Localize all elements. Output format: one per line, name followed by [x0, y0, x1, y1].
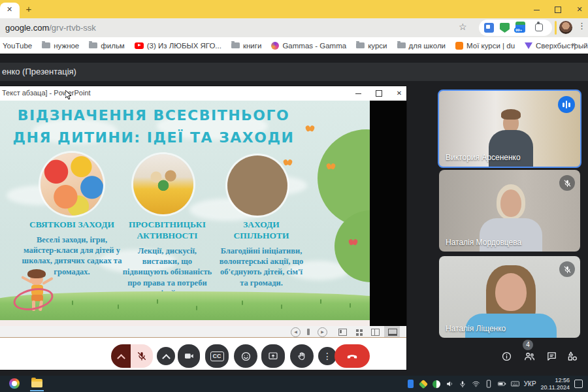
bookmark-label: курси [368, 42, 387, 50]
activities-button[interactable] [564, 348, 580, 364]
bookmark-gamma[interactable]: Gammas - Gamma [271, 42, 346, 50]
tab-close-icon[interactable]: ✕ [7, 5, 12, 14]
address-bar[interactable]: google.com/grv-rtvb-ssk [5, 23, 96, 33]
slideshow-letterbox [370, 101, 406, 326]
bookmark-folder[interactable]: нужное [42, 42, 79, 50]
ppt-minimize-button[interactable] [349, 88, 367, 99]
browser-tab[interactable]: ✕ [0, 3, 20, 18]
mic-muted-icon [559, 261, 575, 277]
ppt-maximize-button[interactable] [370, 88, 388, 99]
window-close-button[interactable]: ✕ [571, 4, 588, 14]
butterfly-icon [349, 239, 358, 246]
slide-title-line1: ВІДЗНАЧЕННЯ ВСЕСВІТНЬОГО [7, 105, 301, 127]
photo-children-reading [133, 154, 193, 214]
battery-icon[interactable] [498, 380, 506, 388]
bookmark-folder[interactable]: фильм [89, 42, 125, 50]
system-tray: УКР 12:56 20.11.2024 [406, 376, 588, 392]
date: 20.11.2024 [541, 384, 570, 391]
mic-options-chevron[interactable] [111, 344, 131, 368]
browser-toolbar: google.com/grv-rtvb-ssk ☆ 99+ ⋮ [0, 18, 588, 37]
camera-button[interactable] [178, 344, 200, 368]
antivirus-tray-icon[interactable] [433, 380, 441, 388]
wallet-extension-icon[interactable]: 99+ [515, 23, 525, 33]
window-maximize-button[interactable] [549, 4, 566, 14]
meeting-info-button[interactable] [498, 348, 514, 364]
bookmark-label: (3) Из ЛЮБЫХ ЯГО... [147, 42, 221, 50]
butterfly-icon [327, 163, 336, 170]
microphone-tray-icon[interactable] [459, 380, 467, 388]
url-host: google.com [5, 23, 49, 33]
slide-column-1: СВЯТКОВІ ЗАХОДИ Веселі заходи, ігри, май… [20, 220, 124, 277]
column-body: Лекції, дискусії, виставки, що підвищуют… [119, 246, 216, 299]
open-app-indicator [30, 390, 44, 391]
participant-name: Виктория Арсененко [446, 153, 521, 162]
powerpoint-titlebar[interactable]: Текст абзаца] - PowerPoint ✕ [0, 86, 406, 101]
reactions-button[interactable] [234, 344, 257, 368]
volume-icon[interactable] [446, 380, 454, 388]
translate-extension-icon[interactable] [484, 23, 494, 33]
butterfly-icon [284, 159, 293, 166]
participant-video [501, 109, 521, 120]
end-call-button[interactable] [335, 344, 370, 368]
camera-options-chevron[interactable] [157, 347, 175, 365]
profile-avatar[interactable] [559, 21, 572, 34]
bookmark-folder[interactable]: книги [231, 42, 261, 50]
mic-muted-icon [559, 175, 575, 191]
slideshow-button[interactable] [384, 326, 400, 337]
windows-taskbar: УКР 12:56 20.11.2024 [0, 376, 588, 392]
slide-sorter-button[interactable] [356, 329, 359, 332]
bookmark-label: книги [243, 42, 261, 50]
annotation-pen-button[interactable] [307, 329, 310, 335]
touch-keyboard-icon[interactable] [511, 380, 519, 388]
bookmark-youtube[interactable]: YouTube [3, 42, 32, 50]
bookmark-star-icon[interactable]: ☆ [459, 22, 467, 32]
mouse-cursor [65, 90, 73, 100]
folder-icon [89, 42, 97, 48]
folder-icon [356, 42, 365, 48]
present-screen-button[interactable] [261, 344, 285, 368]
more-options-button[interactable]: ⋮ [318, 347, 336, 365]
mic-button-muted[interactable] [131, 344, 153, 368]
browser-menu-icon[interactable]: ⋮ [578, 21, 586, 31]
prev-slide-button[interactable]: ◀ [291, 327, 301, 337]
usb-device-icon[interactable] [485, 380, 493, 388]
new-tab-button[interactable]: + [21, 1, 37, 17]
taskbar-app-icon[interactable] [9, 378, 20, 389]
wifi-icon[interactable] [472, 380, 480, 388]
folder-icon [42, 42, 50, 48]
participants-button[interactable] [521, 348, 538, 364]
file-explorer-icon[interactable] [31, 379, 42, 387]
ppt-close-button[interactable]: ✕ [390, 88, 408, 99]
bookmarks-overflow-icon[interactable]: » [572, 39, 576, 49]
bookmark-label: для школи [409, 42, 446, 50]
browser-tab-strip: ✕ + ✕ [0, 0, 588, 18]
next-slide-button[interactable]: ▶ [318, 327, 327, 337]
participant-tile-3[interactable]: Наталія Ліщенко [439, 256, 580, 338]
bookmark-youtube-video[interactable]: (3) Из ЛЮБЫХ ЯГО... [135, 42, 221, 50]
bookmark-folder[interactable]: для школи [397, 42, 446, 50]
bookmark-folder[interactable]: курси [356, 42, 387, 50]
slide-title: ВІДЗНАЧЕННЯ ВСЕСВІТНЬОГО ДНЯ ДИТИНИ: ІДЕ… [7, 105, 301, 149]
tray-app-icon[interactable] [419, 380, 428, 388]
normal-view-button[interactable] [338, 329, 347, 336]
window-minimize-button[interactable] [528, 4, 545, 14]
reading-view-button[interactable] [371, 329, 380, 336]
participant-tile-2[interactable]: Наталія Мордовцева [439, 170, 580, 252]
tray-app-icon[interactable] [406, 380, 415, 388]
youtube-icon [135, 42, 144, 49]
slide-bottom-margin [0, 320, 370, 326]
cc-icon: CC [210, 351, 224, 361]
participant-tile-1[interactable]: Виктория Арсененко [438, 90, 581, 168]
powerpoint-statusbar: ◀ ▶ [0, 326, 406, 338]
taskbar-clock[interactable]: 12:56 20.11.2024 [541, 377, 570, 391]
captions-button[interactable]: CC [205, 344, 229, 368]
bookmark-moodle[interactable]: Мої курси | du [455, 42, 515, 50]
chat-button[interactable] [544, 348, 559, 364]
raise-hand-button[interactable] [290, 344, 314, 368]
v-logo-icon [525, 42, 532, 49]
adblock-extension-icon[interactable] [500, 23, 510, 33]
bookmark-vpn[interactable]: Сверхбыстрый и п... [525, 42, 588, 50]
keyboard-language-indicator[interactable]: УКР [524, 380, 536, 387]
extensions-puzzle-icon[interactable] [535, 24, 543, 31]
notification-center-icon[interactable] [574, 380, 583, 388]
